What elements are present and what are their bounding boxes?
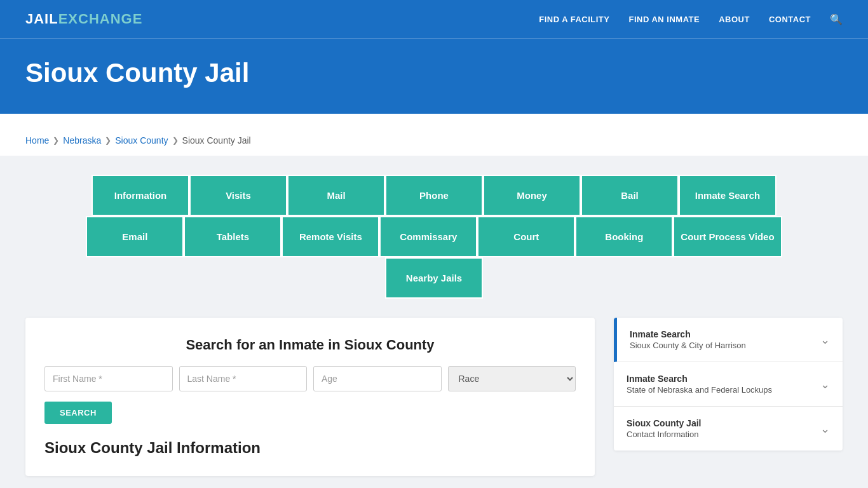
content-area: Information Visits Mail Phone Money Bail… xyxy=(0,156,868,488)
btn-money[interactable]: Money xyxy=(483,175,581,216)
bottom-section: Search for an Inmate in Sioux County Rac… xyxy=(25,318,843,476)
last-name-input[interactable] xyxy=(179,366,308,391)
btn-bail[interactable]: Bail xyxy=(581,175,679,216)
sidenav-sub-2: Contact Information xyxy=(627,430,701,439)
header-search-button[interactable]: 🔍 xyxy=(830,13,843,25)
chevron-icon-1: ⌄ xyxy=(820,377,830,391)
btn-visits[interactable]: Visits xyxy=(189,175,287,216)
breadcrumb-sep-1: ❯ xyxy=(53,136,59,145)
page-title: Sioux County Jail xyxy=(25,58,843,88)
sidenav-panel: Inmate Search Sioux County & City of Har… xyxy=(614,318,843,451)
sidenav-item-2[interactable]: Sioux County Jail Contact Information ⌄ xyxy=(614,407,843,451)
header: JAILEXCHANGE FIND A FACILITY FIND AN INM… xyxy=(0,0,868,38)
btn-nearby-jails[interactable]: Nearby Jails xyxy=(385,257,483,299)
btn-booking[interactable]: Booking xyxy=(575,216,673,257)
chevron-icon-2: ⌄ xyxy=(820,422,830,436)
btn-phone[interactable]: Phone xyxy=(385,175,483,216)
breadcrumb-sep-2: ❯ xyxy=(105,136,111,145)
info-section-heading: Sioux County Jail Information xyxy=(44,439,576,457)
sidenav-item-1[interactable]: Inmate Search State of Nebraska and Fede… xyxy=(614,362,843,407)
first-name-input[interactable] xyxy=(44,366,173,391)
nav-about[interactable]: ABOUT xyxy=(719,15,750,24)
btn-tablets[interactable]: Tablets xyxy=(184,216,281,257)
btn-mail[interactable]: Mail xyxy=(287,175,385,216)
button-grid: Information Visits Mail Phone Money Bail… xyxy=(25,175,843,299)
button-row-2: Email Tablets Remote Visits Commissary C… xyxy=(86,216,782,257)
nav-find-inmate[interactable]: FIND AN INMATE xyxy=(628,15,700,24)
search-fields: Race White Black Hispanic Asian Other xyxy=(44,366,576,391)
sidenav-title-2: Sioux County Jail xyxy=(627,418,701,428)
nav-contact[interactable]: CONTACT xyxy=(769,15,811,24)
nav-find-facility[interactable]: FIND A FACILITY xyxy=(539,15,609,24)
logo-exchange: EXCHANGE xyxy=(58,11,143,27)
breadcrumb-home[interactable]: Home xyxy=(25,135,49,146)
btn-court[interactable]: Court xyxy=(477,216,575,257)
breadcrumb: Home ❯ Nebraska ❯ Sioux County ❯ Sioux C… xyxy=(25,125,843,156)
button-row-3: Nearby Jails xyxy=(385,257,483,299)
btn-information[interactable]: Information xyxy=(92,175,189,216)
main-nav: FIND A FACILITY FIND AN INMATE ABOUT CON… xyxy=(539,13,843,25)
chevron-icon-0: ⌄ xyxy=(820,333,830,347)
btn-remote-visits[interactable]: Remote Visits xyxy=(281,216,379,257)
sidenav-title-0: Inmate Search xyxy=(630,329,746,339)
btn-commissary[interactable]: Commissary xyxy=(379,216,477,257)
sidenav-sub-1: State of Nebraska and Federal Lockups xyxy=(627,385,772,395)
search-title: Search for an Inmate in Sioux County xyxy=(44,337,576,353)
search-panel: Search for an Inmate in Sioux County Rac… xyxy=(25,318,595,476)
btn-email[interactable]: Email xyxy=(86,216,184,257)
breadcrumb-current: Sioux County Jail xyxy=(182,135,251,146)
breadcrumb-bar: Home ❯ Nebraska ❯ Sioux County ❯ Sioux C… xyxy=(0,114,868,156)
sidenav-sub-0: Sioux County & City of Harrison xyxy=(630,341,746,350)
sidenav-title-1: Inmate Search xyxy=(627,374,772,384)
button-row-1: Information Visits Mail Phone Money Bail… xyxy=(92,175,776,216)
sidenav-item-0[interactable]: Inmate Search Sioux County & City of Har… xyxy=(614,318,843,362)
search-submit-button[interactable]: SEARCH xyxy=(44,402,112,424)
btn-court-process-video[interactable]: Court Process Video xyxy=(673,216,782,257)
breadcrumb-sep-3: ❯ xyxy=(172,136,179,145)
breadcrumb-nebraska[interactable]: Nebraska xyxy=(63,135,101,146)
btn-inmate-search[interactable]: Inmate Search xyxy=(679,175,776,216)
breadcrumb-sioux-county[interactable]: Sioux County xyxy=(115,135,168,146)
logo: JAILEXCHANGE xyxy=(25,11,142,27)
logo-jail: JAIL xyxy=(25,11,58,27)
hero-section: Sioux County Jail xyxy=(0,38,868,114)
age-input[interactable] xyxy=(313,366,442,391)
race-select[interactable]: Race White Black Hispanic Asian Other xyxy=(448,366,576,391)
